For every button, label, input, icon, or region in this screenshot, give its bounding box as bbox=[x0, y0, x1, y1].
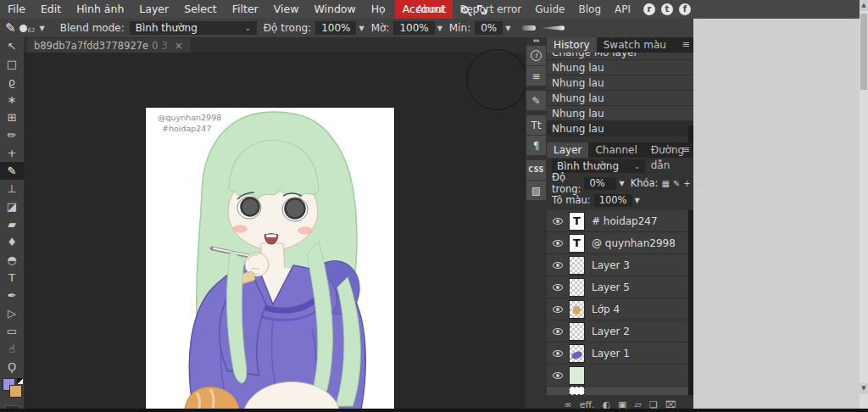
fill-field[interactable]: 100% bbox=[594, 194, 632, 207]
reddit-icon[interactable]: r bbox=[643, 3, 655, 15]
layer-thumbnail[interactable] bbox=[569, 256, 585, 275]
clone-stamp-tool[interactable]: ⊥ bbox=[0, 180, 24, 198]
hand-tool[interactable]: ☝ bbox=[0, 340, 24, 358]
layer-thumbnail[interactable] bbox=[569, 322, 585, 341]
text-layer-thumbnail[interactable]: T bbox=[569, 234, 585, 253]
layer-opacity-field[interactable]: 0% bbox=[584, 177, 616, 190]
brush-settings-panel-icon[interactable]: ✎ bbox=[526, 91, 546, 110]
move-tool[interactable]: ↖ bbox=[0, 37, 24, 55]
info-panel-icon[interactable]: i bbox=[526, 46, 546, 65]
scrollbar-down-icon[interactable]: ▼ bbox=[860, 383, 868, 394]
dodge-tool[interactable]: ◓ bbox=[0, 251, 24, 269]
text-layer-thumbnail[interactable]: T bbox=[569, 212, 585, 231]
adjustments-panel-icon[interactable]: ≡ bbox=[526, 66, 546, 86]
scrollbar-up-icon[interactable]: ▲ bbox=[860, 0, 868, 11]
layer-row[interactable] bbox=[547, 365, 693, 387]
shape-tool[interactable]: ▭ bbox=[0, 322, 24, 340]
eyedropper-tool[interactable]: ✏ bbox=[0, 126, 24, 144]
pressure-opacity-toggle[interactable] bbox=[542, 25, 565, 31]
character-panel-icon[interactable]: Tt bbox=[526, 115, 546, 135]
chevron-down-icon[interactable]: ▼ bbox=[505, 25, 510, 32]
menu-file[interactable]: File bbox=[0, 0, 33, 19]
artwork-canvas[interactable]: @quynhan2998 #hoidap247 bbox=[146, 108, 394, 409]
menu-more[interactable]: Họ bbox=[364, 0, 393, 19]
visibility-eye-icon[interactable] bbox=[547, 284, 569, 291]
scrollbar-thumb[interactable] bbox=[860, 14, 867, 90]
css-panel-icon[interactable]: CSS bbox=[526, 160, 546, 180]
layer-thumbnail[interactable] bbox=[569, 366, 585, 385]
twitter-icon[interactable]: t bbox=[661, 3, 673, 15]
menu-image[interactable]: Hình ảnh bbox=[69, 0, 131, 19]
history-item-selected[interactable]: Nhung lau bbox=[547, 121, 693, 136]
paragraph-panel-icon[interactable]: ¶ bbox=[526, 136, 546, 155]
chevron-down-icon[interactable]: ▼ bbox=[635, 197, 640, 204]
visibility-eye-icon[interactable] bbox=[547, 372, 569, 379]
default-colors-icon[interactable] bbox=[17, 378, 23, 384]
layer-row-partial[interactable] bbox=[547, 387, 693, 395]
pressure-size-toggle[interactable] bbox=[522, 25, 536, 31]
blend-mode-select[interactable]: Bình thường ⌄ bbox=[130, 21, 257, 35]
visibility-eye-icon[interactable] bbox=[547, 240, 569, 247]
facebook-icon[interactable]: f bbox=[679, 3, 691, 15]
tab-channel[interactable]: Channel bbox=[588, 142, 643, 158]
history-item[interactable]: Nhung lau bbox=[547, 75, 693, 91]
magic-wand-tool[interactable]: ∗ bbox=[0, 91, 24, 109]
layer-row[interactable]: Layer 1 bbox=[547, 342, 693, 365]
menu-select[interactable]: Select bbox=[176, 0, 225, 19]
min-field[interactable]: 0% bbox=[475, 21, 503, 35]
opacity-field[interactable]: 100% bbox=[315, 21, 356, 35]
menu-layer[interactable]: Layer bbox=[131, 0, 176, 19]
link-blog[interactable]: Blog bbox=[571, 3, 608, 15]
background-layer-thumbnail[interactable] bbox=[569, 387, 585, 395]
path-select-tool[interactable]: ▷ bbox=[0, 304, 24, 322]
layer-list-scrollbar[interactable] bbox=[688, 210, 693, 395]
history-item[interactable]: Nhung lau bbox=[547, 60, 693, 75]
collapse-panels-icon[interactable]: ⇔ bbox=[526, 37, 547, 45]
gradient-tool[interactable]: ▰ bbox=[0, 215, 24, 233]
crop-tool[interactable]: ⊞ bbox=[0, 109, 24, 126]
lasso-tool[interactable]: ϱ bbox=[0, 73, 24, 91]
close-icon[interactable]: × bbox=[175, 40, 183, 52]
panel-menu-icon[interactable]: ≡ bbox=[682, 142, 690, 158]
brush-preset-picker[interactable]: 62 ▼ bbox=[19, 22, 45, 34]
link-report-error[interactable]: Report error bbox=[453, 3, 529, 15]
link-about[interactable]: About bbox=[409, 3, 453, 15]
layer-row[interactable]: T @ quynhan2998 bbox=[547, 232, 693, 254]
lock-move-icon[interactable]: + bbox=[683, 179, 690, 188]
layer-thumbnail[interactable] bbox=[569, 300, 585, 319]
blur-tool[interactable]: ♦ bbox=[0, 233, 24, 251]
layer-row[interactable]: T # hoidap247 bbox=[547, 210, 693, 232]
history-item[interactable]: Nhung lau bbox=[547, 91, 693, 106]
marquee-tool[interactable]: □ bbox=[0, 55, 24, 73]
visibility-eye-icon[interactable] bbox=[547, 262, 569, 269]
layer-row[interactable]: Layer 3 bbox=[547, 254, 693, 276]
tab-layer[interactable]: Layer bbox=[547, 142, 588, 158]
document-tab[interactable]: b89db7a7fdd3778927e 0 3 × bbox=[27, 38, 190, 53]
visibility-eye-icon[interactable] bbox=[547, 328, 569, 335]
history-scrollbar[interactable] bbox=[688, 125, 693, 142]
pen-tool[interactable]: ✒ bbox=[0, 287, 24, 304]
layer-row[interactable]: Lớp 4 bbox=[547, 298, 693, 320]
chevron-down-icon[interactable]: ▼ bbox=[437, 25, 442, 32]
menu-view[interactable]: View bbox=[266, 0, 307, 19]
lock-all-icon[interactable] bbox=[694, 182, 701, 187]
layer-row[interactable]: Layer 2 bbox=[547, 320, 693, 342]
link-guide[interactable]: Guide bbox=[528, 3, 571, 15]
type-tool[interactable]: T bbox=[0, 269, 24, 287]
history-item[interactable]: Nhung lau bbox=[547, 106, 693, 121]
menu-edit[interactable]: Edit bbox=[33, 0, 69, 19]
chevron-down-icon[interactable]: ▼ bbox=[619, 180, 624, 187]
lock-paint-icon[interactable]: ✎ bbox=[673, 179, 680, 188]
menu-window[interactable]: Window bbox=[306, 0, 363, 19]
visibility-eye-icon[interactable] bbox=[547, 218, 569, 225]
zoom-tool[interactable]: Ϙ bbox=[0, 358, 24, 376]
chevron-down-icon[interactable]: ▼ bbox=[359, 25, 364, 32]
flow-field[interactable]: 100% bbox=[393, 21, 434, 35]
link-api[interactable]: API bbox=[608, 3, 637, 15]
active-tool-icon[interactable]: ✎ bbox=[5, 20, 16, 36]
healing-tool[interactable]: + bbox=[0, 144, 24, 162]
history-item[interactable]: Change Mờ layer bbox=[547, 53, 693, 60]
lock-transparency-icon[interactable]: ▦ bbox=[661, 179, 669, 188]
eraser-tool[interactable]: ◪ bbox=[0, 198, 24, 215]
menu-filter[interactable]: Filter bbox=[225, 0, 266, 19]
